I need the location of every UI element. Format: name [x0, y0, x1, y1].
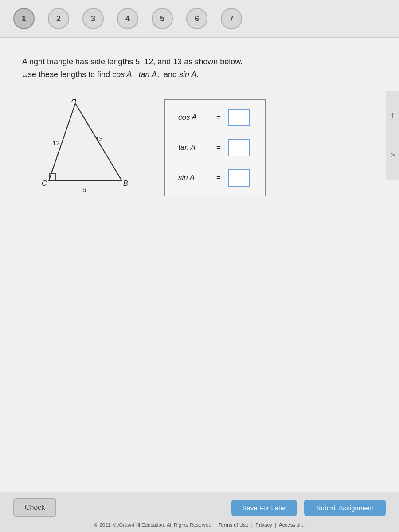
bottom-left: Check: [13, 498, 56, 517]
check-button[interactable]: Check: [13, 498, 56, 517]
tan-answer-row: tan A =: [178, 139, 252, 156]
svg-text:5: 5: [82, 186, 86, 193]
svg-text:B: B: [123, 180, 128, 187]
copyright-text: © 2021 McGraw-Hill Education. All Rights…: [94, 522, 213, 528]
bottom-center: Save For Later Submit Assignment: [231, 500, 386, 516]
cos-answer-row: cos A =: [178, 109, 252, 126]
svg-text:12: 12: [52, 139, 60, 147]
save-for-later-button[interactable]: Save For Later: [231, 500, 297, 516]
svg-text:C: C: [42, 180, 47, 187]
triangle-diagram: A C B 12 13 5: [40, 99, 137, 196]
bottom-buttons-row: Check Save For Later Submit Assignment: [0, 492, 399, 520]
right-panel: ↑ >: [386, 91, 399, 180]
nav-step-1[interactable]: 1: [13, 8, 35, 29]
accessibility-link[interactable]: Accessibi...: [279, 522, 305, 528]
cos-equals: =: [216, 113, 221, 122]
problem-description: A right triangle has side lengths 5, 12,…: [22, 55, 377, 81]
terms-of-use-link[interactable]: Terms of Use: [219, 522, 249, 528]
sin-answer-row: sin A =: [178, 169, 252, 187]
nav-step-7[interactable]: 7: [221, 8, 242, 29]
content-row: A C B 12 13 5 cos A = ta: [22, 99, 377, 196]
footer-copyright: © 2021 McGraw-Hill Education. All Rights…: [0, 520, 399, 532]
sin-equals: =: [216, 173, 221, 182]
svg-marker-0: [49, 103, 122, 181]
answer-box: cos A = tan A = sin A =: [164, 99, 266, 196]
svg-text:13: 13: [95, 135, 103, 142]
sin-label: sin A: [178, 173, 209, 182]
privacy-link[interactable]: Privacy: [255, 522, 272, 528]
main-content: A right triangle has side lengths 5, 12,…: [0, 38, 399, 499]
tan-label: tan A: [178, 143, 209, 152]
bottom-bar: Check Save For Later Submit Assignment ©…: [0, 492, 399, 532]
tan-input[interactable]: [228, 139, 250, 156]
nav-step-5[interactable]: 5: [152, 8, 173, 29]
nav-step-6[interactable]: 6: [186, 8, 207, 29]
submit-assignment-button[interactable]: Submit Assignment: [304, 500, 386, 516]
sin-input[interactable]: [228, 169, 250, 187]
nav-step-3[interactable]: 3: [82, 8, 104, 29]
problem-line1: A right triangle has side lengths 5, 12,…: [22, 55, 377, 68]
cos-input[interactable]: [228, 109, 250, 126]
problem-line2: Use these lengths to find cos A, tan A, …: [22, 68, 377, 81]
nav-step-2[interactable]: 2: [48, 8, 69, 29]
cos-label: cos A: [178, 113, 209, 122]
panel-down-arrow[interactable]: >: [390, 151, 395, 160]
tan-equals: =: [216, 143, 221, 152]
top-navigation: 1 2 3 4 5 6 7: [0, 0, 399, 38]
panel-up-arrow[interactable]: ↑: [391, 111, 395, 120]
svg-text:A: A: [71, 99, 77, 103]
nav-step-4[interactable]: 4: [117, 8, 138, 29]
